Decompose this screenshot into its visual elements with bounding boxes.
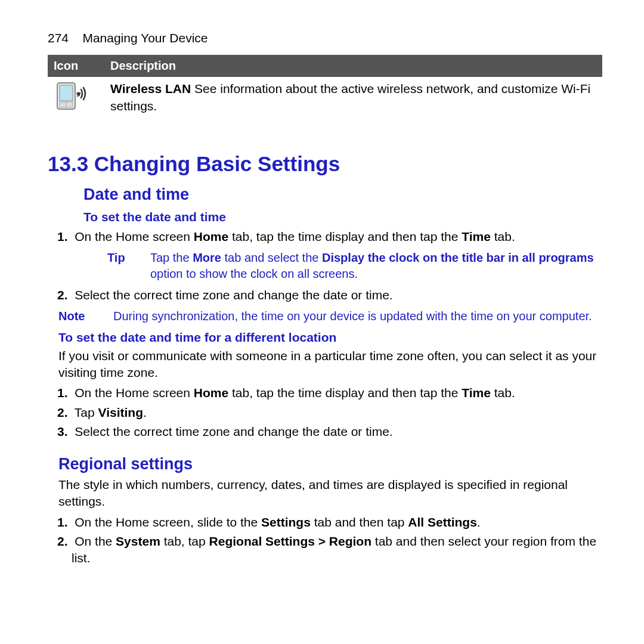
wireless-device-icon [54, 80, 89, 116]
steps-list: 1. On the Home screen Home tab, tap the … [48, 228, 602, 245]
list-item: 1. On the Home screen Home tab, tap the … [72, 228, 602, 245]
icon-description-table: Icon Description [48, 55, 602, 122]
section-heading: 13.3 Changing Basic Settings [48, 150, 602, 178]
tip-label: Tip [107, 250, 150, 282]
svg-rect-0 [60, 85, 73, 101]
cell-icon [48, 77, 104, 122]
note-block: Note During synchronization, the time on… [58, 308, 602, 324]
cell-description: Wireless LAN See information about the a… [104, 77, 602, 122]
note-text: During synchronization, the time on your… [113, 308, 592, 324]
subheading-date-time: Date and time [83, 184, 602, 205]
list-item: 3. Select the correct time zone and chan… [72, 423, 602, 440]
col-header-description: Description [104, 55, 602, 77]
list-item: 2. Tap Visiting. [72, 404, 602, 421]
row-title: Wireless LAN [110, 82, 191, 95]
chapter-title: Managing Your Device [82, 31, 208, 45]
list-item: 2. On the System tab, tap Regional Setti… [72, 533, 602, 567]
running-header: 274 Managing Your Device [48, 30, 602, 47]
tip-text: Tap the More tab and select the Display … [150, 250, 602, 282]
page-number: 274 [48, 31, 69, 45]
note-label: Note [58, 308, 113, 324]
task-heading: To set the date and time for a different… [58, 329, 602, 346]
body-paragraph: If you visit or communicate with someone… [58, 348, 602, 382]
svg-point-3 [77, 92, 80, 95]
steps-list: 1. On the Home screen, slide to the Sett… [48, 514, 602, 567]
steps-list: 2. Select the correct time zone and chan… [48, 287, 602, 304]
body-paragraph: The style in which numbers, currency, da… [58, 476, 602, 510]
list-item: 1. On the Home screen Home tab, tap the … [72, 385, 602, 401]
tip-block: Tip Tap the More tab and select the Disp… [107, 250, 602, 282]
steps-list: 1. On the Home screen Home tab, tap the … [48, 385, 602, 440]
col-header-icon: Icon [48, 55, 104, 77]
list-item: 2. Select the correct time zone and chan… [72, 287, 602, 304]
task-heading: To set the date and time [83, 209, 602, 225]
subheading-regional: Regional settings [58, 453, 602, 475]
table-row: Wireless LAN See information about the a… [48, 77, 602, 122]
list-item: 1. On the Home screen, slide to the Sett… [72, 514, 602, 531]
